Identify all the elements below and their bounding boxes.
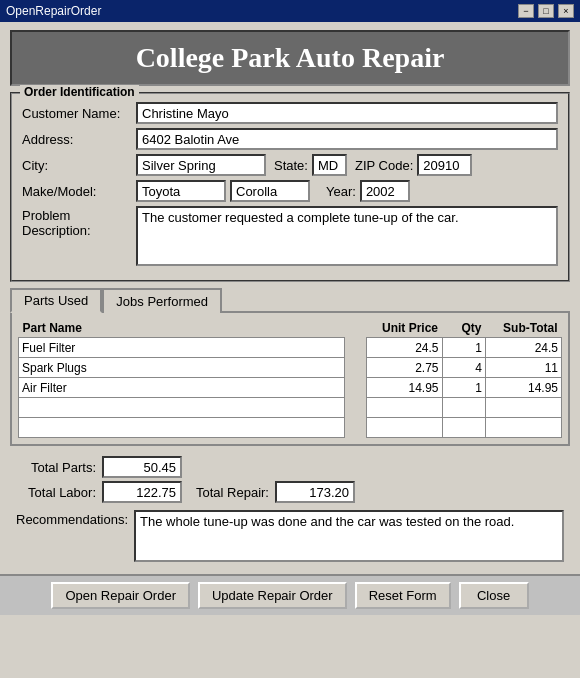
customer-name-row: Customer Name: [22,102,558,124]
part-name-input[interactable] [19,378,344,397]
unit-price-input[interactable] [367,358,442,377]
part-name-input[interactable] [19,398,344,417]
minimize-button[interactable]: − [518,4,534,18]
part-name-cell[interactable] [19,418,345,438]
subtotal-input[interactable] [486,338,561,357]
subtotal-cell[interactable] [485,378,561,398]
col-header-unit-price: Unit Price [366,319,442,338]
qty-input[interactable] [443,338,485,357]
address-row: Address: [22,128,558,150]
update-repair-button[interactable]: Update Repair Order [198,582,347,609]
subtotal-cell[interactable] [485,358,561,378]
qty-input[interactable] [443,358,485,377]
unit-price-cell[interactable] [366,338,442,358]
part-name-cell[interactable] [19,358,345,378]
part-name-input[interactable] [19,338,344,357]
part-name-input[interactable] [19,358,344,377]
subtotal-input[interactable] [486,358,561,377]
open-repair-button[interactable]: Open Repair Order [51,582,190,609]
unit-price-cell[interactable] [366,418,442,438]
subtotal-input[interactable] [486,418,561,437]
total-parts-label: Total Parts: [16,460,96,475]
subtotal-input[interactable] [486,398,561,417]
total-labor-input[interactable] [102,481,182,503]
zip-label: ZIP Code: [355,158,413,173]
group-title: Order Identification [20,85,139,99]
problem-textarea[interactable] [136,206,558,266]
maximize-button[interactable]: □ [538,4,554,18]
table-row [19,398,562,418]
year-label: Year: [326,184,356,199]
tab-headers: Parts Used Jobs Performed [10,288,570,313]
unit-price-input[interactable] [367,398,442,417]
city-input[interactable] [136,154,266,176]
state-label: State: [274,158,308,173]
unit-price-cell[interactable] [366,358,442,378]
unit-price-input[interactable] [367,418,442,437]
close-button[interactable]: × [558,4,574,18]
qty-cell[interactable] [442,378,485,398]
address-label: Address: [22,132,132,147]
qty-cell[interactable] [442,358,485,378]
subtotal-input[interactable] [486,378,561,397]
recommendations-label: Recommendations: [16,510,128,527]
make-model-row: Make/Model: Year: [22,180,558,202]
subtotal-cell[interactable] [485,338,561,358]
city-state-zip-row: City: State: ZIP Code: [22,154,558,176]
qty-input[interactable] [443,418,485,437]
table-row [19,418,562,438]
customer-name-input[interactable] [136,102,558,124]
unit-price-input[interactable] [367,338,442,357]
qty-input[interactable] [443,398,485,417]
table-row [19,378,562,398]
recommendations-textarea[interactable] [134,510,564,562]
state-input[interactable] [312,154,347,176]
col-header-subtotal: Sub-Total [485,319,561,338]
unit-price-input[interactable] [367,378,442,397]
parts-table: Part Name Unit Price Qty Sub-Total [18,319,562,438]
tab-jobs-performed[interactable]: Jobs Performed [102,288,222,313]
total-labor-label: Total Labor: [16,485,96,500]
zip-input[interactable] [417,154,472,176]
qty-cell[interactable] [442,398,485,418]
model-input[interactable] [230,180,310,202]
title-bar: OpenRepairOrder − □ × [0,0,580,22]
spacer-cell [344,358,366,378]
reset-form-button[interactable]: Reset Form [355,582,451,609]
part-name-cell[interactable] [19,338,345,358]
totals-section: Total Parts: Total Labor: Total Repair: … [10,452,570,562]
table-row [19,358,562,378]
spacer-cell [344,338,366,358]
unit-price-cell[interactable] [366,398,442,418]
qty-input[interactable] [443,378,485,397]
make-model-label: Make/Model: [22,184,132,199]
spacer-cell [344,418,366,438]
customer-name-label: Customer Name: [22,106,132,121]
qty-cell[interactable] [442,418,485,438]
part-name-input[interactable] [19,418,344,437]
part-name-cell[interactable] [19,378,345,398]
total-parts-input[interactable] [102,456,182,478]
part-name-cell[interactable] [19,398,345,418]
address-input[interactable] [136,128,558,150]
parts-table-body [19,338,562,438]
close-button-bottom[interactable]: Close [459,582,529,609]
subtotal-cell[interactable] [485,398,561,418]
main-content: College Park Auto Repair Order Identific… [0,22,580,570]
spacer-cell [344,378,366,398]
make-input[interactable] [136,180,226,202]
window-title: OpenRepairOrder [6,4,101,18]
recommendations-row: Recommendations: [16,510,564,562]
total-repair-input[interactable] [275,481,355,503]
subtotal-cell[interactable] [485,418,561,438]
unit-price-cell[interactable] [366,378,442,398]
tab-parts-used[interactable]: Parts Used [10,288,102,313]
tab-container: Parts Used Jobs Performed Part Name Unit… [10,288,570,446]
tab-content-parts: Part Name Unit Price Qty Sub-Total [10,311,570,446]
problem-label: Problem Description: [22,206,132,238]
col-header-qty: Qty [442,319,485,338]
year-input[interactable] [360,180,410,202]
qty-cell[interactable] [442,338,485,358]
total-labor-row: Total Labor: Total Repair: [16,481,564,503]
city-label: City: [22,158,132,173]
